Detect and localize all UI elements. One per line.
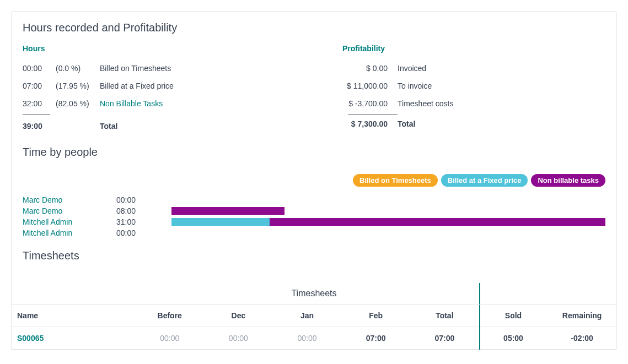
person-bar [171, 196, 605, 204]
person-name-link[interactable]: Marc Demo [23, 195, 116, 204]
timesheets-table: Timesheets Name Before Dec Jan Feb Total… [12, 283, 616, 350]
person-hours: 00:00 [116, 195, 171, 204]
person-name-link[interactable]: Mitchell Admin [23, 218, 116, 226]
profit-row-total: $ 7,300.00 Total [342, 115, 574, 133]
hours-total-value: 39:00 [23, 122, 56, 131]
person-row: Marc Demo00:00 [23, 194, 605, 205]
person-bar [171, 229, 605, 237]
hours-pct: (17.95 %) [56, 82, 100, 90]
col-name: Name [12, 311, 135, 320]
cell-dec: 00:00 [204, 334, 273, 343]
profitability-column: Profitability $ 0.00 Invoiced $ 11,000.0… [342, 41, 574, 135]
profit-amount: $ 11,000.00 [342, 82, 398, 90]
col-feb: Feb [341, 311, 410, 320]
dashboard-panel: Hours recorded and Profitability Hours 0… [11, 11, 617, 350]
section-title-timesheets: Timesheets [12, 244, 616, 267]
hours-label: Billed on Timesheets [100, 64, 309, 73]
hours-label: Billed at a Fixed price [100, 82, 309, 90]
timesheets-super-header: Timesheets [12, 283, 616, 305]
col-dec: Dec [204, 311, 273, 320]
timesheet-so-link[interactable]: S00065 [12, 334, 135, 343]
cell-sold: 05:00 [479, 334, 548, 343]
col-remaining: Remaining [548, 311, 616, 320]
person-hours: 31:00 [116, 218, 171, 226]
section-title-hours-profitability: Hours recorded and Profitability [12, 12, 616, 41]
profit-amount: $ 0.00 [342, 64, 398, 73]
hours-value: 07:00 [23, 82, 56, 90]
cell-before: 00:00 [135, 334, 204, 343]
person-row: Mitchell Admin31:00 [23, 216, 605, 227]
non-billable-link[interactable]: Non Billable Tasks [100, 99, 309, 108]
hours-row-non-billable: 32:00 (82.05 %) Non Billable Tasks [23, 95, 309, 112]
profitability-header: Profitability [342, 41, 574, 59]
col-sold: Sold [479, 311, 548, 320]
timesheets-data-row: S00065 00:00 00:00 00:00 07:00 07:00 05:… [12, 327, 616, 350]
bar-segment-purple [171, 207, 285, 215]
hours-row-billed-timesheets: 00:00 (0.0 %) Billed on Timesheets [23, 59, 309, 77]
hours-value: 00:00 [23, 64, 56, 73]
cell-remaining: -02:00 [548, 334, 616, 343]
profit-row-invoiced: $ 0.00 Invoiced [342, 59, 574, 77]
hours-value: 32:00 [23, 99, 56, 108]
col-total: Total [410, 311, 479, 320]
legend-pill-billed-timesheets[interactable]: Billed on Timesheets [353, 174, 438, 187]
col-jan: Jan [273, 311, 342, 320]
legend-row: Billed on Timesheets Billed at a Fixed p… [12, 163, 616, 194]
bar-segment-blue [171, 218, 270, 226]
person-row: Mitchell Admin00:00 [23, 227, 605, 238]
hours-pct: (0.0 %) [56, 64, 100, 73]
profit-label: Invoiced [398, 64, 574, 73]
hours-header: Hours [23, 41, 309, 59]
person-bar [171, 207, 605, 215]
bar-segment-purple [270, 218, 605, 226]
timesheets-header-row: Name Before Dec Jan Feb Total Sold Remai… [12, 305, 616, 327]
person-name-link[interactable]: Mitchell Admin [23, 229, 116, 237]
profit-row-timesheet-costs: $ -3,700.00 Timesheet costs [342, 95, 574, 112]
hours-row-total: 39:00 Total [23, 115, 309, 135]
person-hours: 08:00 [116, 207, 171, 215]
cell-total: 07:00 [410, 334, 479, 343]
person-bar [171, 218, 605, 226]
profit-row-to-invoice: $ 11,000.00 To invoice [342, 77, 574, 95]
profit-amount: $ -3,700.00 [342, 99, 398, 108]
hours-column: Hours 00:00 (0.0 %) Billed on Timesheets… [23, 41, 309, 135]
person-name-link[interactable]: Marc Demo [23, 207, 116, 215]
legend-pill-non-billable[interactable]: Non billable tasks [531, 174, 605, 187]
section-title-time-by-people: Time by people [12, 140, 616, 163]
person-row: Marc Demo08:00 [23, 205, 605, 216]
col-before: Before [135, 311, 204, 320]
hours-total-label: Total [100, 122, 309, 131]
profit-label: To invoice [398, 82, 574, 90]
time-by-people-chart: Marc Demo00:00Marc Demo08:00Mitchell Adm… [12, 194, 616, 244]
hours-row-billed-fixed: 07:00 (17.95 %) Billed at a Fixed price [23, 77, 309, 95]
profit-label: Timesheet costs [398, 99, 574, 108]
person-hours: 00:00 [116, 229, 171, 237]
profit-total-amount: $ 7,300.00 [342, 119, 398, 128]
cell-jan: 00:00 [273, 334, 342, 343]
cell-feb: 07:00 [341, 334, 410, 343]
hours-pct: (82.05 %) [56, 99, 100, 108]
legend-pill-billed-fixed[interactable]: Billed at a Fixed price [441, 174, 528, 187]
hours-profitability-columns: Hours 00:00 (0.0 %) Billed on Timesheets… [12, 41, 616, 140]
profit-total-label: Total [398, 119, 574, 128]
